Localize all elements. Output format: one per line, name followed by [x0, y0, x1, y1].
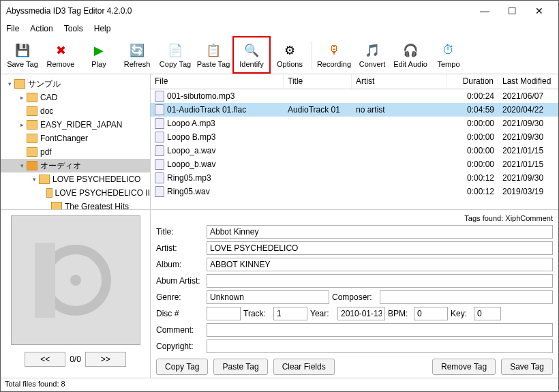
expand-icon[interactable]: ▾: [5, 80, 14, 87]
tree-item[interactable]: pdf: [1, 145, 150, 159]
file-list-header[interactable]: File Title Artist Duration Last Modified: [151, 74, 558, 89]
tree-item[interactable]: ▾オーディオ: [1, 159, 150, 172]
title-input[interactable]: [207, 225, 553, 239]
close-button[interactable]: ✕: [526, 5, 553, 16]
titlebar: Abyssmedia ID3 Tag Editor 4.2.0.0 ― ☐ ✕: [1, 1, 558, 21]
toolbar-paste-tag[interactable]: 📋Paste Tag: [194, 36, 232, 74]
tree-item[interactable]: ▾LOVE PSYCHEDELICO: [1, 172, 150, 186]
expand-icon[interactable]: ▸: [17, 94, 27, 101]
file-row[interactable]: Ring05.mp30:00:122021/09/30: [151, 171, 558, 185]
folder-icon: [27, 120, 37, 130]
col-modified[interactable]: Last Modified: [498, 74, 558, 89]
toolbar-identify[interactable]: 🔍Identify: [232, 36, 271, 74]
tree-item[interactable]: ▸EASY_RIDER_JAPAN: [1, 118, 150, 132]
toolbar-refresh[interactable]: 🔄Refresh: [118, 36, 156, 74]
paste-tag-button[interactable]: Paste Tag: [213, 359, 267, 375]
toolbar-edit-audio[interactable]: 🎧Edit Audio: [391, 36, 429, 74]
identify-icon: 🔍: [243, 42, 260, 59]
next-button[interactable]: >>: [85, 352, 126, 367]
file-row[interactable]: Loopo B.mp30:00:002021/09/30: [151, 130, 558, 144]
tree-item[interactable]: FontChanger: [1, 132, 150, 145]
tree-item[interactable]: ▾サンプル: [1, 77, 150, 91]
albumartist-input[interactable]: [207, 274, 553, 288]
play-icon: ▶: [91, 42, 107, 59]
album-label: Album:: [156, 260, 204, 269]
menu-tools[interactable]: Tools: [64, 24, 83, 33]
window-title: Abyssmedia ID3 Tag Editor 4.2.0.0: [6, 6, 471, 16]
artist-input[interactable]: [207, 241, 553, 255]
year-input[interactable]: [337, 307, 385, 320]
cover-pane: << 0/0 >>: [1, 210, 151, 378]
col-title[interactable]: Title: [284, 74, 352, 89]
prev-button[interactable]: <<: [25, 352, 65, 367]
expand-icon[interactable]: ▾: [17, 162, 27, 169]
toolbar-convert[interactable]: 🎵Convert: [353, 36, 391, 74]
file-icon: [155, 91, 164, 102]
disc-input[interactable]: [207, 307, 241, 320]
file-icon: [155, 186, 164, 197]
clear-fields-button[interactable]: Clear Fields: [273, 359, 335, 375]
folder-tree[interactable]: ▾サンプル▸CADdoc▸EASY_RIDER_JAPANFontChanger…: [1, 74, 151, 209]
options-icon: ⚙: [282, 42, 298, 59]
minimize-button[interactable]: ―: [471, 5, 498, 16]
col-file[interactable]: File: [151, 74, 284, 89]
file-row[interactable]: Loopo_a.wav0:00:002021/01/15: [151, 144, 558, 157]
composer-input[interactable]: [380, 290, 553, 304]
file-row[interactable]: 001-sibutomo.mp30:00:242021/06/07: [151, 89, 558, 103]
composer-label: Composer:: [332, 292, 377, 302]
track-input[interactable]: [273, 307, 307, 320]
save-tag-button[interactable]: Save Tag: [501, 359, 553, 375]
menu-file[interactable]: File: [6, 24, 19, 33]
toolbar-recording[interactable]: 🎙Recording: [315, 36, 353, 74]
folder-icon: [46, 188, 52, 198]
toolbar-remove[interactable]: ✖Remove: [42, 36, 80, 74]
file-icon: [155, 145, 164, 156]
file-icon: [155, 159, 164, 170]
col-artist[interactable]: Artist: [352, 74, 447, 89]
tree-item[interactable]: The Greatest Hits: [1, 200, 150, 209]
expand-icon[interactable]: ▾: [29, 176, 39, 183]
copy-tag-button[interactable]: Copy Tag: [156, 359, 208, 375]
nav-pos: 0/0: [70, 355, 81, 364]
file-row[interactable]: Ring05.wav0:00:122019/03/19: [151, 185, 558, 198]
toolbar-save-tag[interactable]: 💾Save Tag: [3, 36, 42, 74]
col-duration[interactable]: Duration: [447, 74, 498, 89]
tree-item[interactable]: ▸CAD: [1, 91, 150, 104]
copyright-input[interactable]: [207, 340, 553, 353]
genre-input[interactable]: [207, 290, 329, 304]
bpm-input[interactable]: [414, 307, 448, 320]
file-row[interactable]: Loopo A.mp30:00:002021/09/30: [151, 117, 558, 130]
album-input[interactable]: [207, 258, 553, 271]
file-row[interactable]: 01-AudioTrack 01.flacAudioTrack 01no art…: [151, 103, 558, 117]
toolbar-copy-tag[interactable]: 📄Copy Tag: [156, 36, 194, 74]
recording-icon: 🎙: [326, 42, 342, 59]
folder-icon: [51, 202, 62, 209]
comment-input[interactable]: [207, 323, 553, 337]
expand-icon[interactable]: ▸: [17, 121, 27, 128]
svg-rect-2: [35, 243, 55, 318]
toolbar-tempo[interactable]: ⏱Tempo: [429, 36, 468, 74]
convert-icon: 🎵: [364, 42, 380, 59]
folder-icon: [27, 106, 37, 116]
tree-item[interactable]: LOVE PSYCHEDELICO II: [1, 186, 150, 200]
file-list[interactable]: 001-sibutomo.mp30:00:242021/06/0701-Audi…: [151, 89, 558, 209]
maximize-button[interactable]: ☐: [498, 5, 526, 16]
tree-item[interactable]: doc: [1, 104, 150, 118]
menu-help[interactable]: Help: [94, 24, 111, 33]
toolbar-play[interactable]: ▶Play: [80, 36, 118, 74]
menu-action[interactable]: Action: [30, 24, 52, 33]
file-row[interactable]: Loopo_b.wav0:00:002021/01/15: [151, 157, 558, 171]
disc-label: Disc #: [156, 309, 204, 318]
year-label: Year:: [310, 309, 335, 318]
key-input[interactable]: [474, 307, 501, 320]
remove-tag-button[interactable]: Remove Tag: [432, 359, 496, 375]
toolbar-options[interactable]: ⚙Options: [271, 36, 309, 74]
file-icon: [155, 118, 164, 129]
folder-icon: [39, 175, 50, 184]
file-icon: [155, 104, 164, 115]
folder-icon: [14, 79, 25, 89]
toolbar: 💾Save Tag✖Remove▶Play🔄Refresh📄Copy Tag📋P…: [1, 36, 558, 74]
tempo-icon: ⏱: [440, 42, 457, 59]
tag-editor: Tags found: XiphComment Title: Artist: A…: [151, 210, 558, 378]
album-art[interactable]: [11, 215, 140, 345]
